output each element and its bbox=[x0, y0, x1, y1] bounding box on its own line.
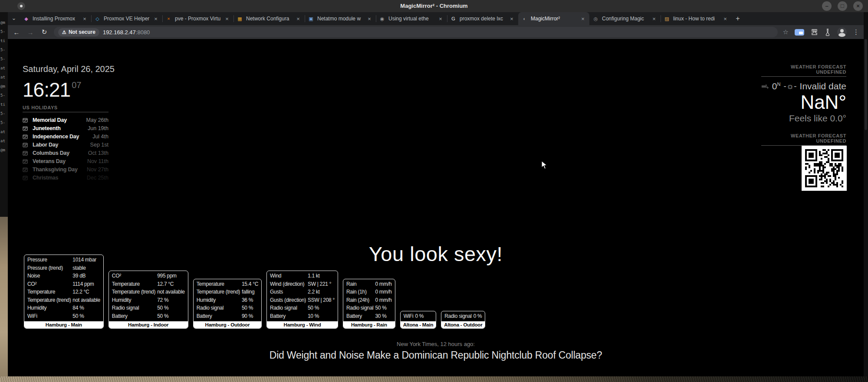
sensor-value: 50 % bbox=[375, 304, 391, 312]
address-bar[interactable]: ⚠ Not secure 192.168.2.47:8080 bbox=[54, 27, 778, 37]
tab-close-icon[interactable]: × bbox=[437, 16, 444, 22]
sensor-value: 50 % bbox=[242, 304, 258, 312]
close-button[interactable]: × bbox=[853, 1, 863, 11]
sensor-table-title: Altona - Main bbox=[401, 321, 436, 328]
sensor-value: 995 ppm bbox=[157, 272, 184, 280]
calendar-event-row: Independence DayJul 4th bbox=[23, 132, 108, 140]
browser-tab[interactable]: ◇Proxmox VE Helper× bbox=[91, 12, 162, 25]
tab-close-icon[interactable]: × bbox=[224, 16, 230, 22]
sensor-table: Rain0 mm/hRain (1h)0 mm/hRain (24h)0 mm/… bbox=[343, 279, 395, 329]
scrollbar-thumb[interactable] bbox=[865, 39, 867, 130]
tab-label: Using virtual ethe bbox=[388, 16, 437, 22]
sensor-row: Temperature (trend)falling bbox=[197, 288, 258, 296]
sensor-value: 50 % bbox=[72, 312, 100, 320]
tab-close-icon[interactable]: × bbox=[722, 16, 729, 22]
url-host: 192.168.2.47 bbox=[103, 29, 136, 36]
warning-icon: ⚠ bbox=[62, 29, 66, 35]
sensor-value: falling bbox=[242, 288, 258, 296]
kebab-menu-icon[interactable]: ⋮ bbox=[853, 28, 859, 36]
sensor-value: 0 % bbox=[415, 312, 424, 320]
tab-close-icon[interactable]: × bbox=[508, 16, 515, 22]
browser-tab[interactable]: ×pve - Proxmox Virtu× bbox=[162, 12, 233, 25]
tab-label: MagicMirror² bbox=[531, 16, 579, 22]
event-name: Columbus Day bbox=[33, 150, 88, 156]
flask-icon[interactable] bbox=[824, 28, 831, 36]
sensor-row: Temperature12.7 °C bbox=[112, 280, 185, 288]
sensor-value: 0 mm/h bbox=[375, 288, 391, 296]
sensor-table-title: Hamburg - Main bbox=[24, 321, 103, 328]
minimize-button[interactable]: – bbox=[822, 1, 832, 11]
tab-close-icon[interactable]: × bbox=[651, 16, 658, 22]
extensions-puzzle-icon[interactable] bbox=[810, 28, 818, 36]
weather-condition-icon: -☼- bbox=[784, 82, 797, 91]
maximize-button[interactable]: □ bbox=[838, 1, 847, 11]
sensor-label: Battery bbox=[346, 312, 375, 320]
calendar-module: US HOLIDAYS Memorial DayMay 26thJuneteen… bbox=[23, 105, 108, 182]
sensor-value: 1114 ppm bbox=[72, 280, 100, 288]
sensor-table-title: Hamburg - Indoor bbox=[109, 321, 188, 328]
sensor-value: 2.2 kt bbox=[308, 288, 335, 296]
sensor-table: Temperature15.4 °CTemperature (trend)fal… bbox=[193, 279, 262, 329]
tab-label: Proxmox VE Helper bbox=[104, 16, 152, 22]
sensor-value: 12.2 °C bbox=[72, 288, 100, 296]
browser-tab[interactable]: ▨linux - How to redi× bbox=[661, 12, 732, 25]
tab-close-icon[interactable]: × bbox=[81, 16, 88, 22]
terminal-text-fragments: @m5-ti5-5-atat@m5-ti5-5-atat@m bbox=[0, 12, 8, 155]
sensor-table: CO²995 ppmTemperature12.7 °CTemperature … bbox=[108, 271, 188, 329]
tab-label: pve - Proxmox Virtu bbox=[175, 16, 224, 22]
not-secure-chip[interactable]: ⚠ Not secure bbox=[58, 28, 99, 36]
sensor-table: Wind1.1 ktWind (direction)SW | 221 °Gust… bbox=[266, 271, 338, 329]
bookmark-star-icon[interactable]: ☆ bbox=[783, 28, 789, 36]
sensor-row: Gusts (direction)SSW | 208 ° bbox=[270, 296, 335, 304]
sensor-value: 30 % bbox=[375, 312, 391, 320]
new-tab-button[interactable]: + bbox=[732, 13, 744, 25]
tab-label: Netatmo module w bbox=[317, 16, 366, 22]
sensor-row: Pressure1014 mbar bbox=[27, 256, 100, 264]
browser-tab[interactable]: ▣Netatmo module w× bbox=[305, 12, 376, 25]
security-label: Not secure bbox=[69, 29, 95, 35]
sensor-value: not available bbox=[157, 288, 184, 296]
sensor-value: 15.4 °C bbox=[242, 280, 258, 288]
sensor-row: Gusts2.2 kt bbox=[270, 288, 335, 296]
google-favicon: G bbox=[450, 16, 457, 22]
sensor-label: Temperature (trend) bbox=[112, 288, 157, 296]
browser-tab[interactable]: ◎Configuring Magic× bbox=[589, 12, 661, 25]
tab-close-icon[interactable]: × bbox=[152, 16, 159, 22]
sensor-row: WiFi50 % bbox=[27, 312, 100, 320]
profile-avatar-icon[interactable] bbox=[837, 27, 847, 37]
sensor-value: not available bbox=[72, 296, 100, 304]
sensor-table-title: Hamburg - Wind bbox=[267, 321, 338, 328]
tab-close-icon[interactable]: × bbox=[295, 16, 302, 22]
stackexchange-favicon: ▨ bbox=[664, 16, 670, 22]
browser-tab[interactable]: ◉Using virtual ethe× bbox=[376, 12, 447, 25]
url-text: 192.168.2.47:8080 bbox=[103, 29, 150, 36]
back-button[interactable]: ← bbox=[12, 29, 21, 36]
qr-code bbox=[802, 146, 847, 191]
newsfeed-module: New York Times, 12 hours ago: Did Weight… bbox=[8, 341, 864, 361]
browser-tab[interactable]: ◆Installing Proxmox× bbox=[20, 12, 91, 25]
reload-button[interactable]: ↻ bbox=[40, 28, 49, 36]
sensor-value: 12.7 °C bbox=[157, 280, 184, 288]
tab-search-chevron-icon[interactable]: ⌄ bbox=[8, 12, 20, 25]
sensor-value: 39 dB bbox=[72, 272, 100, 280]
calendar-event-row: Columbus DayOct 13th bbox=[23, 149, 108, 157]
forward-button[interactable]: → bbox=[26, 29, 35, 36]
browser-tab[interactable]: ▦Network Configura× bbox=[233, 12, 305, 25]
event-date: Oct 13th bbox=[88, 150, 108, 156]
tab-close-icon[interactable]: × bbox=[579, 16, 586, 22]
clock-time: 16:2107 bbox=[23, 74, 115, 101]
event-date: May 26th bbox=[86, 117, 108, 123]
picture-in-picture-icon[interactable] bbox=[795, 29, 804, 36]
browser-tab[interactable]: Gproxmox delete lxc× bbox=[447, 12, 518, 25]
sensor-value: 50 % bbox=[308, 304, 335, 312]
browser-tab[interactable]: ◐MagicMirror²× bbox=[518, 12, 589, 25]
calendar-event-row: ChristmasDec 25th bbox=[23, 173, 108, 182]
magicmirror-docs-favicon: ◎ bbox=[592, 16, 599, 22]
sensor-label: Temperature (trend) bbox=[197, 288, 242, 296]
sensor-label: Rain bbox=[346, 280, 375, 288]
sensor-label: Gusts (direction) bbox=[270, 296, 308, 304]
tab-close-icon[interactable]: × bbox=[366, 16, 373, 22]
sensor-table: Radio signal0 %Altona - Outdoor bbox=[441, 311, 485, 329]
sensor-label: Battery bbox=[197, 312, 242, 320]
sensor-row: Humidity36 % bbox=[197, 296, 258, 304]
